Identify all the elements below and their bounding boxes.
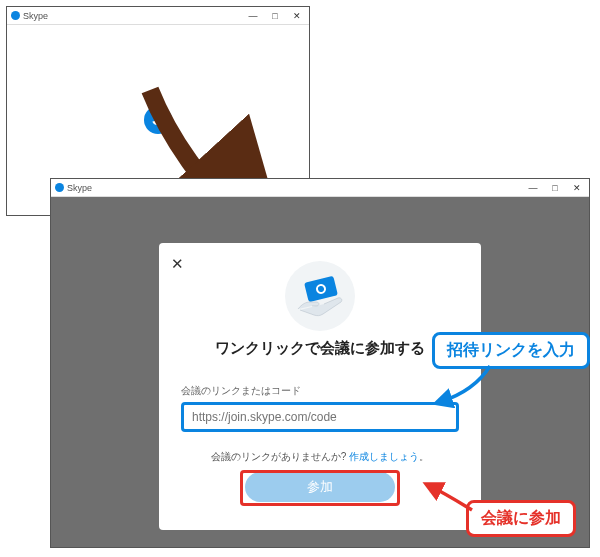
close-icon[interactable]: ✕ [171, 255, 184, 273]
skype-icon [11, 11, 20, 20]
app-title: Skype [23, 11, 48, 21]
hand-card-icon [285, 261, 355, 331]
meeting-link-input[interactable] [181, 402, 459, 432]
create-meeting-link[interactable]: 作成しましょう [349, 451, 419, 462]
callout-join-meeting: 会議に参加 [466, 500, 576, 537]
skype-logo-icon: S [144, 106, 172, 134]
close-button[interactable]: ✕ [287, 9, 307, 23]
titlebar: Skype — □ ✕ [7, 7, 309, 25]
app-title: Skype [67, 183, 92, 193]
minimize-button[interactable]: — [523, 181, 543, 195]
close-button[interactable]: ✕ [567, 181, 587, 195]
svg-rect-0 [304, 276, 338, 303]
helper-prefix: 会議のリンクがありませんか? [211, 451, 349, 462]
titlebar: Skype — □ ✕ [51, 179, 589, 197]
maximize-button[interactable]: □ [545, 181, 565, 195]
modal-heading: ワンクリックで会議に参加する [181, 339, 459, 358]
minimize-button[interactable]: — [243, 9, 263, 23]
maximize-button[interactable]: □ [265, 9, 285, 23]
link-field-label: 会議のリンクまたはコード [181, 384, 459, 398]
join-meeting-modal: ✕ ワンクリックで会議に参加する 会議のリンクまたはコード 会議のリンクがありま… [159, 243, 481, 530]
helper-text: 会議のリンクがありませんか? 作成しましょう。 [181, 450, 459, 464]
callout-enter-link: 招待リンクを入力 [432, 332, 590, 369]
skype-icon [55, 183, 64, 192]
join-button[interactable]: 参加 [245, 472, 395, 502]
helper-suffix: 。 [419, 451, 429, 462]
